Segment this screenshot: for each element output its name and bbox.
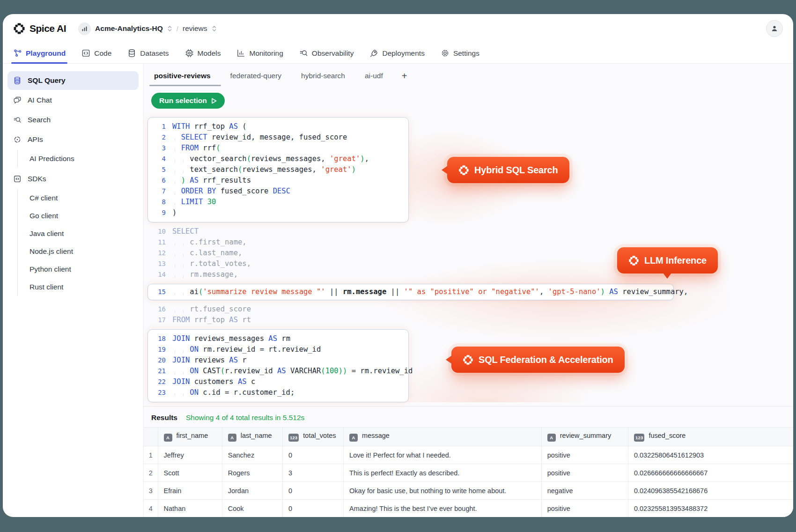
sidebar-item-ai-predictions[interactable]: AI Predictions: [18, 150, 139, 168]
code-text: ): [172, 207, 177, 218]
playground-icon: [13, 49, 22, 58]
tab-positive-reviews[interactable]: positive-reviews: [151, 66, 214, 86]
column-header-message[interactable]: Amessage: [344, 428, 542, 446]
code-text: text_search(reviews_messages, 'great'): [172, 164, 356, 175]
spice-logo-icon: [13, 22, 25, 35]
code-line: 4vector_search(reviews_messages, 'great'…: [154, 154, 403, 164]
column-header-fused_score[interactable]: 123fused_score: [628, 428, 793, 446]
line-number: 22: [154, 377, 166, 387]
line-number: 19: [154, 344, 166, 355]
column-header-total_votes[interactable]: 123total_votes: [282, 428, 343, 446]
breadcrumb-org[interactable]: Acme-Analytics-HQ: [95, 24, 163, 33]
code-line: 23ON c.id = r.customer_id;: [154, 387, 403, 398]
row-number-cell: 3: [144, 482, 158, 500]
table-row: 4NathanCook0Amazing! This is the best I'…: [144, 500, 793, 517]
line-number: 3: [154, 143, 166, 154]
nav-item-datasets[interactable]: Datasets: [127, 43, 169, 63]
callout-sql-federation: SQL Federation & Acceleration: [451, 347, 625, 373]
tab-federated-query[interactable]: federated-query: [228, 66, 284, 86]
sidebar-item-sql-query[interactable]: SQL Query: [7, 71, 139, 90]
table-cell: Nathan: [158, 500, 222, 517]
breadcrumb: Acme-Analytics-HQ / reviews: [78, 22, 216, 35]
nav-label: Code: [94, 49, 111, 58]
logo-text: Spice AI: [29, 23, 66, 34]
user-avatar[interactable]: [766, 20, 783, 37]
tab-ai-udf[interactable]: ai-udf: [362, 66, 386, 86]
run-selection-button[interactable]: Run selection: [151, 93, 225, 109]
table-cell: 0: [282, 500, 343, 517]
code-line: 6) AS rrf_results: [154, 175, 403, 186]
nav-label: Models: [198, 49, 221, 58]
code-text: r.total_votes,: [172, 259, 251, 269]
sidebar-item-nodejs-client[interactable]: Node.js client: [18, 243, 139, 260]
spice-badge-icon: [628, 255, 639, 266]
sidebar-item-apis[interactable]: APIs: [7, 130, 139, 149]
code-text: ai('summarize review message "' || rm.me…: [172, 287, 688, 297]
sidebar-item-sdks[interactable]: SDKs: [7, 170, 139, 188]
table-row: 3EfrainJordan0Okay for basic use, but no…: [144, 482, 793, 500]
code-line: 2SELECT review_id, message, fused_score: [154, 132, 403, 143]
code-text: LIMIT 30: [172, 197, 216, 207]
sidebar-item-search[interactable]: Search: [7, 111, 139, 129]
nav-item-playground[interactable]: Playground: [13, 43, 66, 63]
code-line: 9): [154, 207, 403, 218]
sidebar-item-rust-client[interactable]: Rust client: [18, 278, 139, 296]
code-text: JOIN customers AS c: [172, 377, 255, 387]
sidebar-item-python-client[interactable]: Python client: [18, 260, 139, 278]
sidebar-item-go-client[interactable]: Go client: [18, 207, 139, 225]
nav-item-settings[interactable]: Settings: [441, 43, 479, 63]
column-header-last_name[interactable]: Alast_name: [222, 428, 282, 446]
breadcrumb-project[interactable]: reviews: [183, 24, 207, 33]
app-window: Spice AI Acme-Analytics-HQ / reviews: [3, 14, 793, 517]
column-header-review_summary[interactable]: Areview_summary: [541, 428, 628, 446]
tab-hybrid-search[interactable]: hybrid-search: [298, 66, 348, 86]
line-number: 17: [154, 315, 166, 325]
top-nav: Playground Code Datasets Models Mon: [3, 43, 793, 64]
spice-badge-icon: [458, 165, 469, 176]
nav-item-models[interactable]: Models: [185, 43, 221, 63]
sort-chevrons-icon[interactable]: [212, 25, 217, 32]
code-line: 7ORDER BY fused_score DESC: [154, 186, 403, 197]
table-cell: Jordan: [222, 482, 282, 500]
table-cell: 0.026666666666666667: [628, 464, 793, 482]
table-cell: positive: [541, 446, 628, 464]
table-cell: Love it! Perfect for what I needed.: [344, 446, 542, 464]
nav-item-deployments[interactable]: Deployments: [369, 43, 424, 63]
line-number: 11: [154, 237, 166, 248]
callout-llm-inference: LLM Inference: [617, 247, 718, 273]
callout-tail: [663, 273, 671, 279]
line-number: 6: [154, 175, 166, 186]
sort-chevrons-icon[interactable]: [167, 25, 172, 32]
text-type-icon: A: [228, 434, 236, 442]
sidebar-item-csharp-client[interactable]: C# client: [18, 189, 139, 207]
code-text: WITH rrf_top AS (: [172, 121, 247, 132]
observability-icon: [299, 49, 308, 58]
callout-tail: [446, 355, 452, 364]
sidebar-item-java-client[interactable]: Java client: [18, 225, 139, 243]
callout-hybrid-sql-search: Hybrid SQL Search: [447, 157, 569, 183]
apis-icon: [13, 135, 22, 144]
code-line: 3FROM rrf(: [154, 143, 403, 154]
sidebar-item-ai-chat[interactable]: AI Chat: [7, 91, 139, 110]
column-header-first_name[interactable]: Afirst_name: [158, 428, 222, 446]
sidebar-label: APIs: [28, 135, 43, 144]
table-cell: 0.024096385542168676: [628, 482, 793, 500]
nav-item-code[interactable]: Code: [81, 43, 111, 63]
code-line: 5text_search(reviews_messages, 'great'): [154, 164, 403, 175]
results-status: Showing 4 of 4 total results in 5.512s: [186, 414, 304, 422]
code-text: rm.message,: [172, 269, 238, 280]
database-icon: [13, 76, 22, 85]
table-cell: 0.023255813953488372: [628, 500, 793, 517]
code-line: 1WITH rrf_top AS (: [154, 121, 403, 132]
results-section: Results Showing 4 of 4 total results in …: [144, 406, 793, 517]
apis-sub-list: AI Predictions: [17, 150, 139, 168]
nav-item-observability[interactable]: Observability: [299, 43, 354, 63]
nav-item-monitoring[interactable]: Monitoring: [236, 43, 283, 63]
add-tab-button[interactable]: +: [400, 71, 409, 81]
code-icon: [81, 49, 90, 58]
table-cell: Amazing! This is the best I've ever boug…: [344, 500, 542, 517]
nav-label: Deployments: [382, 49, 424, 58]
code-block: 15ai('summarize review message "' || rm.…: [147, 284, 674, 300]
line-number: 10: [154, 226, 166, 237]
text-type-icon: A: [547, 434, 556, 442]
